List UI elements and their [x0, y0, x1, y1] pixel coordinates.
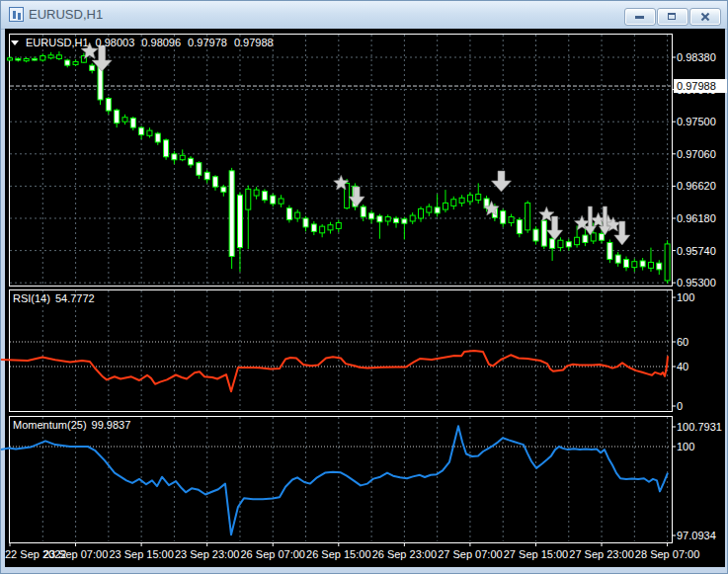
bull-candle — [246, 189, 251, 209]
bear-candle — [155, 133, 160, 142]
bear-candle — [164, 140, 169, 157]
bear-candle — [501, 211, 506, 224]
close-value: 0.97988 — [234, 37, 274, 48]
bull-candle — [73, 61, 78, 64]
bear-candle — [311, 224, 316, 231]
price-axis-label: 0.96620 — [677, 180, 716, 192]
momentum-indicator-label: Momentum(25) 99.9837 — [13, 419, 130, 431]
bull-candle — [443, 203, 447, 209]
bull-candle — [459, 198, 464, 203]
bear-candle — [271, 196, 276, 204]
bull-candle — [427, 206, 432, 212]
bear-candle — [369, 213, 374, 219]
bear-candle — [16, 58, 21, 59]
bull-candle — [476, 195, 481, 201]
bear-candle — [303, 218, 308, 227]
bear-candle — [394, 218, 399, 222]
time-axis-label: 26 Sep 15:00 — [306, 548, 370, 560]
bear-candle — [607, 242, 612, 259]
bear-candle — [115, 110, 120, 123]
bear-candle — [541, 220, 546, 246]
bull-candle — [328, 225, 333, 230]
rsi-axis-label: 40 — [677, 361, 688, 372]
bear-candle — [189, 158, 194, 165]
rsi-indicator-label: RSI(14) 54.7772 — [13, 292, 95, 304]
bear-candle — [517, 219, 522, 233]
bear-candle — [204, 172, 209, 179]
bear-candle — [657, 263, 662, 270]
open-value: 0.98003 — [96, 37, 135, 48]
bear-candle — [213, 177, 218, 187]
time-axis-label: 23 Sep 15:00 — [109, 548, 173, 560]
bull-candle — [180, 155, 185, 159]
rsi-axis-label: 100 — [677, 291, 694, 303]
bull-candle — [279, 199, 283, 204]
bull-candle — [8, 58, 13, 60]
bear-candle — [435, 207, 440, 213]
rsi-axis-label: 60 — [677, 336, 688, 348]
momentum-axis-label: 100.7931 — [677, 421, 722, 433]
bear-candle — [286, 208, 291, 220]
bull-candle — [385, 217, 390, 221]
low-value: 0.97978 — [188, 37, 227, 48]
terminal-window: EURUSD,H1 0.983800.979400.975000.970600.… — [0, 0, 728, 574]
bull-candle — [451, 200, 456, 206]
bear-candle — [402, 219, 407, 223]
bull-candle — [632, 262, 637, 268]
bear-candle — [130, 118, 135, 127]
bull-candle — [467, 195, 472, 202]
rsi-axis-label: 0 — [677, 400, 683, 412]
bull-candle — [254, 190, 259, 196]
bear-candle — [600, 234, 605, 241]
bear-candle — [533, 229, 538, 241]
bull-candle — [56, 55, 61, 59]
momentum-value: 99.9837 — [92, 419, 131, 431]
bull-candle — [147, 130, 152, 135]
bear-candle — [583, 235, 588, 242]
bull-candle — [295, 212, 300, 218]
chart-canvas: 0.983800.979400.975000.970600.966200.961… — [1, 1, 728, 574]
bull-candle — [48, 55, 53, 58]
bear-candle — [106, 98, 111, 111]
bear-candle — [624, 259, 629, 267]
bull-candle — [122, 118, 127, 122]
symbol-period-label: EURUSD,H1 — [26, 37, 89, 48]
bear-candle — [237, 195, 242, 247]
time-axis-label: 26 Sep 23:00 — [372, 548, 437, 560]
momentum-pane — [10, 417, 673, 543]
bear-candle — [229, 171, 234, 257]
rsi-name: RSI(14) — [13, 292, 50, 304]
bull-candle — [40, 56, 45, 60]
price-axis-label: 0.95300 — [677, 277, 716, 288]
bear-candle — [566, 242, 571, 247]
bear-candle — [262, 192, 267, 201]
bear-candle — [377, 216, 382, 222]
time-axis-label: 27 Sep 23:00 — [569, 548, 633, 560]
bear-candle — [550, 239, 555, 249]
price-axis-label: 0.96180 — [677, 212, 716, 224]
time-axis-label: 23 Sep 23:00 — [175, 548, 239, 560]
bull-candle — [24, 58, 29, 60]
chart-ohlc-header: EURUSD,H1 0.98003 0.98096 0.97978 0.9798… — [11, 37, 274, 48]
time-axis[interactable]: 22 Sep 202223 Sep 07:0023 Sep 15:0023 Se… — [5, 542, 699, 560]
bull-candle — [509, 217, 514, 223]
bull-candle — [575, 237, 580, 244]
bear-candle — [361, 206, 365, 216]
bull-candle — [320, 226, 325, 233]
bear-candle — [139, 127, 144, 134]
bear-candle — [65, 60, 70, 65]
time-axis-label: 27 Sep 07:00 — [438, 548, 502, 560]
bull-candle — [419, 208, 424, 218]
bull-candle — [336, 222, 341, 228]
time-axis-label: 26 Sep 07:00 — [241, 548, 305, 560]
collapse-arrow-icon[interactable] — [11, 41, 19, 45]
momentum-name: Momentum(25) — [13, 419, 87, 431]
high-value: 0.98096 — [141, 37, 181, 48]
price-axis-label: 0.98380 — [677, 51, 716, 63]
price-axis-label: 0.95740 — [677, 245, 716, 257]
price-axis-label: 0.97060 — [677, 148, 716, 160]
time-axis-label: 23 Sep 07:00 — [43, 548, 108, 560]
momentum-axis-label: 100 — [677, 441, 694, 452]
bull-candle — [526, 203, 530, 229]
bear-candle — [221, 187, 226, 192]
